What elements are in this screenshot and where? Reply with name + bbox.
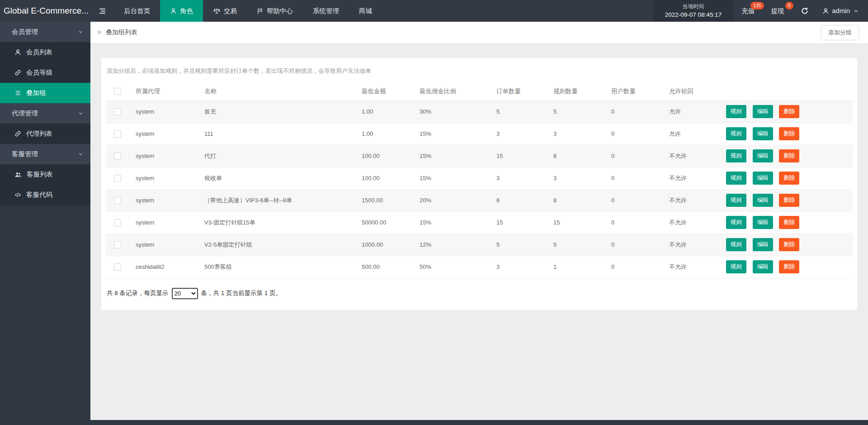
header-orders: 订单数量	[493, 83, 550, 100]
cell-loop: 允许	[665, 100, 722, 123]
scales-icon	[213, 7, 221, 15]
cell-agent: system	[132, 100, 201, 123]
rule-button[interactable]: 规则	[726, 216, 746, 229]
delete-button[interactable]: 删除	[779, 149, 799, 162]
edit-button[interactable]: 编辑	[753, 194, 773, 207]
user-menu[interactable]: admin	[817, 0, 868, 22]
nav-item-roles[interactable]: 角色	[160, 0, 203, 22]
header-loop: 允许轮回	[665, 83, 722, 100]
edit-button[interactable]: 编辑	[753, 105, 773, 118]
delete-button[interactable]: 删除	[779, 105, 799, 118]
edit-button[interactable]: 编辑	[753, 127, 773, 140]
cell-orders: 5	[493, 100, 550, 123]
sidebar-item-member-list[interactable]: 会员列表	[0, 42, 90, 62]
cell-actions: 规则 编辑 删除	[722, 100, 853, 123]
row-checkbox[interactable]	[114, 130, 121, 138]
select-all-checkbox[interactable]	[114, 88, 121, 95]
cell-name: 111	[201, 123, 358, 145]
nav-item-system[interactable]: 系统管理	[303, 0, 349, 22]
sidebar: 会员管理 会员列表 会员等级 叠加组 代理管理 代理列表 客服管理	[0, 22, 90, 425]
delete-button[interactable]: 删除	[779, 194, 799, 207]
refresh-button[interactable]	[793, 0, 817, 22]
nav-item-trade[interactable]: 交易	[203, 0, 247, 22]
refresh-icon	[801, 7, 809, 15]
cell-users: 0	[608, 256, 665, 278]
cell-name: V3-固定打针组15单	[201, 211, 358, 234]
rule-button[interactable]: 规则	[726, 172, 746, 185]
sidebar-item-member-level[interactable]: 会员等级	[0, 62, 90, 83]
sidebar-group-service-management[interactable]: 客服管理	[0, 144, 90, 164]
cell-min-commission: 15%	[416, 145, 493, 167]
cell-rules: 3	[550, 123, 608, 145]
link-icon	[14, 69, 21, 76]
cell-actions: 规则 编辑 删除	[722, 256, 853, 278]
delete-button[interactable]: 删除	[779, 238, 799, 251]
delete-button[interactable]: 删除	[779, 172, 799, 185]
nav-item-mall[interactable]: 商城	[349, 0, 382, 22]
cell-agent: system	[132, 211, 201, 234]
breadcrumb: 叠加组列表	[96, 29, 137, 37]
table-row: system V3-固定打针组15单 50000.00 15% 15 15 0 …	[106, 211, 853, 234]
edit-button[interactable]: 编辑	[753, 260, 773, 273]
cell-min-commission: 30%	[416, 100, 493, 123]
cell-min-commission: 20%	[416, 189, 493, 211]
cell-rules: 3	[550, 167, 608, 189]
nav-item-help-center[interactable]: 帮助中心	[247, 0, 303, 22]
sidebar-item-agent-list[interactable]: 代理列表	[0, 124, 90, 144]
recharge-count-badge: 135	[750, 2, 764, 10]
rule-button[interactable]: 规则	[726, 105, 746, 118]
rule-button[interactable]: 规则	[726, 260, 746, 273]
main-content: 叠加组列表 添加分组 添加分组后，必须添加规则，并且规则需要对应好订单个数，若出…	[90, 22, 868, 425]
row-checkbox[interactable]	[114, 197, 121, 204]
cell-actions: 规则 编辑 删除	[722, 167, 853, 189]
local-time: 当地时间 2022-09-07 08:45:17	[653, 0, 734, 22]
cell-orders: 6	[493, 189, 550, 211]
cell-actions: 规则 编辑 删除	[722, 123, 853, 145]
edit-button[interactable]: 编辑	[753, 238, 773, 251]
recharge-link[interactable]: 充值 135	[734, 0, 763, 22]
cell-users: 0	[608, 100, 665, 123]
table-row: ceshidalili2 500养客组 500.00 50% 3 1 0 不允许…	[106, 256, 853, 278]
withdraw-link[interactable]: 提现 0	[763, 0, 793, 22]
rule-button[interactable]: 规则	[726, 194, 746, 207]
local-time-value: 2022-09-07 08:45:17	[665, 10, 722, 19]
cell-min-commission: 15%	[416, 123, 493, 145]
row-checkbox[interactable]	[114, 108, 121, 115]
cell-agent: system	[132, 145, 201, 167]
cell-rules: 5	[550, 234, 608, 256]
cell-rules: 6	[550, 145, 608, 167]
sidebar-group-agent-management[interactable]: 代理管理	[0, 103, 90, 124]
rule-button[interactable]: 规则	[726, 127, 746, 140]
add-group-button[interactable]: 添加分组	[821, 25, 859, 40]
sidebar-item-service-code[interactable]: 客服代码	[0, 185, 90, 205]
row-checkbox[interactable]	[114, 175, 121, 182]
page-size-select[interactable]: 20	[172, 288, 198, 299]
table-row: system V2-5单固定打针组 1000.00 12% 5 5 0 不允许 …	[106, 234, 853, 256]
sidebar-item-service-list[interactable]: 客服列表	[0, 164, 90, 185]
edit-button[interactable]: 编辑	[753, 172, 773, 185]
cell-users: 0	[608, 167, 665, 189]
table-card: 添加分组后，必须添加规则，并且规则需要对应好订单个数，若出现不对称情况，会导致用…	[101, 58, 857, 310]
cell-min-amount: 1500.00	[358, 189, 416, 211]
row-checkbox[interactable]	[114, 219, 121, 226]
row-checkbox[interactable]	[114, 263, 121, 271]
sidebar-item-stack-group[interactable]: 叠加组	[0, 83, 90, 103]
cell-agent: system	[132, 167, 201, 189]
sidebar-toggle-button[interactable]	[90, 0, 114, 22]
row-checkbox[interactable]	[114, 241, 121, 248]
rule-button[interactable]: 规则	[726, 238, 746, 251]
delete-button[interactable]: 删除	[779, 260, 799, 273]
row-checkbox[interactable]	[114, 153, 121, 160]
cell-agent: system	[132, 123, 201, 145]
cell-min-amount: 50000.00	[358, 211, 416, 234]
delete-button[interactable]: 删除	[779, 216, 799, 229]
delete-button[interactable]: 删除	[779, 127, 799, 140]
cell-min-commission: 15%	[416, 167, 493, 189]
cell-min-commission: 50%	[416, 256, 493, 278]
rule-button[interactable]: 规则	[726, 149, 746, 162]
header-min-amount: 最低金额	[358, 83, 416, 100]
sidebar-group-member-management[interactable]: 会员管理	[0, 22, 90, 42]
nav-item-dashboard[interactable]: 后台首页	[114, 0, 160, 22]
edit-button[interactable]: 编辑	[753, 149, 773, 162]
edit-button[interactable]: 编辑	[753, 216, 773, 229]
